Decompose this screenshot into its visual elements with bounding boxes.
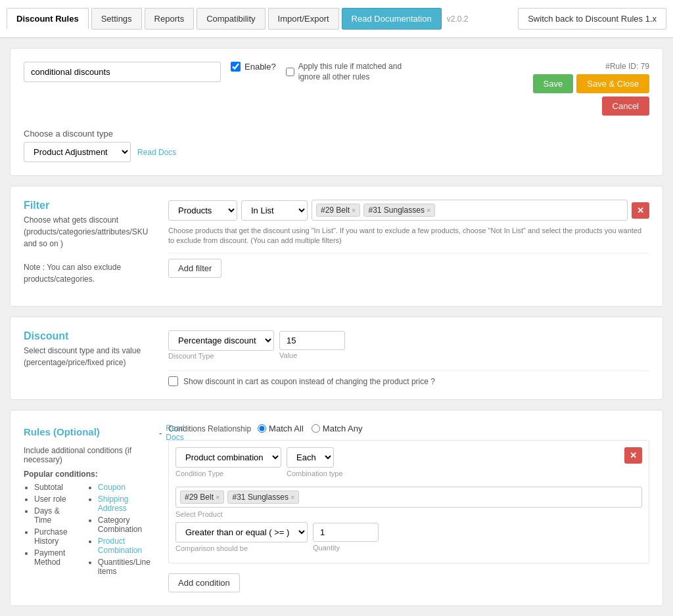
tab-discount-rules[interactable]: Discount Rules [7,8,89,30]
rules-desc: Include additional conditions (if necess… [24,446,155,464]
enable-label: Enable? [244,62,276,72]
discount-value-field-label: Value [279,351,345,359]
tag-label: #31 Sunglasses [368,206,424,215]
cancel-button[interactable]: Cancel [602,97,649,116]
discount-section-desc: Select discount type and its value (perc… [24,345,155,368]
comparison-select[interactable]: Greater than or equal ( >= ) Less than o… [175,522,308,542]
popular-conditions-right-list: Coupon Shipping Address Category Combina… [87,483,155,576]
rules-card: Rules (Optional) - Read Docs Include add… [10,410,663,606]
tab-compatibility[interactable]: Compatibility [197,8,265,30]
save-button[interactable]: Save [533,74,574,93]
condition-type-select[interactable]: Product combination Subtotal User role D… [175,447,281,468]
discount-card: Discount Select discount type and its va… [10,317,663,400]
save-close-button[interactable]: Save & Close [576,74,649,93]
discount-type-field-label: Discount Type [168,352,274,360]
list-item-product-combination[interactable]: Product Combination [98,537,155,555]
tag-label: #29 Belt [321,206,350,215]
add-filter-button[interactable]: Add filter [168,259,221,278]
comparison-label: Comparison should be [175,544,308,552]
remove-cond-tag-sunglasses-icon[interactable]: × [290,493,294,501]
condition-tag-belt[interactable]: #29 Belt × [180,491,224,504]
filter-section-desc: Choose what gets discount (products/cate… [24,214,155,285]
top-nav: Discount Rules Settings Reports Compatib… [0,0,673,38]
condition-tag-sunglasses[interactable]: #31 Sunglasses × [227,491,299,504]
cond-rel-label: Conditions Relationship [168,424,251,433]
select-product-label: Select Product [175,510,642,518]
match-all-label: Match All [269,424,304,433]
condition-type-label: Condition Type [175,470,281,477]
list-item-days-time: Days & Time [34,506,78,525]
list-item-coupon[interactable]: Coupon [98,483,155,492]
rules-dash: - [159,428,162,438]
filter-section-title: Filter [24,200,155,211]
read-documentation-btn[interactable]: Read Documentation [342,8,442,30]
filter-tag-belt[interactable]: #29 Belt × [316,204,360,217]
combination-type-select[interactable]: Each Any All [287,447,334,468]
remove-cond-tag-belt-icon[interactable]: × [216,493,220,501]
popular-conditions-label: Popular conditions: [24,470,155,479]
enable-checkbox[interactable] [231,62,241,72]
tag-label: #31 Sunglasses [232,493,288,502]
remove-filter-button[interactable]: ✕ [632,202,649,219]
version-badge: v2.0.2 [447,14,469,24]
discount-type-select2[interactable]: Percentage discount Fixed Discount Fixed… [168,330,274,351]
condition-row: Product combination Subtotal User role D… [168,440,649,563]
list-item-category-combination: Category Combination [98,516,155,534]
condition-product-tags-area[interactable]: #29 Belt × #31 Sunglasses × [175,487,642,508]
filter-tags-area[interactable]: #29 Belt × #31 Sunglasses × [312,200,628,221]
rule-header-card: Enable? Apply this rule if matched and i… [10,48,663,176]
add-condition-button[interactable]: Add condition [168,573,240,592]
coupon-checkbox[interactable] [168,376,178,386]
list-item-shipping-address[interactable]: Shipping Address [98,495,155,513]
apply-rule-text: Apply this rule if matched and ignore al… [298,62,417,82]
list-item-user-role: User role [34,495,78,504]
remove-tag-sunglasses-icon[interactable]: × [427,206,430,214]
match-all-radio[interactable] [258,424,266,433]
remove-condition-button[interactable]: ✕ [624,447,642,464]
match-any-radio[interactable] [312,424,320,433]
filter-description-text: Choose products that get the discount us… [168,226,649,246]
switch-back-button[interactable]: Switch back to Discount Rules 1.x [518,8,666,30]
apply-rule-checkbox[interactable] [286,67,294,77]
list-item-quantities: Quantities/Line items [98,558,155,576]
filter-condition-select[interactable]: In List Not In List [241,200,308,221]
combination-type-label: Combination type [287,470,343,477]
filter-tag-sunglasses[interactable]: #31 Sunglasses × [363,204,435,217]
filter-type-select[interactable]: Products Categories Attributes SKU [168,200,237,221]
discount-type-read-docs-link[interactable]: Read Docs [137,148,176,157]
discount-section-title: Discount [24,330,155,342]
discount-type-label: Choose a discount type [24,129,649,139]
tag-label: #29 Belt [185,493,214,502]
discount-type-select[interactable]: Product Adjustment Percentage Discount F… [24,142,131,162]
discount-value-input[interactable] [279,331,345,350]
tab-import-export[interactable]: Import/Export [268,8,339,30]
list-item-subtotal: Subtotal [34,483,78,492]
rules-section-title: Rules (Optional) [24,426,155,437]
match-any-label: Match Any [323,424,363,433]
popular-conditions-left-list: Subtotal User role Days & Time Purchase … [24,483,78,567]
tab-reports[interactable]: Reports [145,8,195,30]
list-item-payment-method: Payment Method [34,548,78,567]
match-radio-group: Match All Match Any [258,424,362,433]
filter-card: Filter Choose what gets discount (produc… [10,186,663,307]
remove-tag-belt-icon[interactable]: × [352,206,356,214]
quantity-label: Quantity [313,544,379,552]
rule-name-input[interactable] [24,62,221,82]
tab-settings[interactable]: Settings [91,8,142,30]
rule-id-label: #Rule ID: 79 [605,62,649,71]
list-item-purchase-history: Purchase History [34,527,78,546]
coupon-label: Show discount in cart as coupon instead … [183,377,435,386]
quantity-input[interactable] [313,523,379,542]
